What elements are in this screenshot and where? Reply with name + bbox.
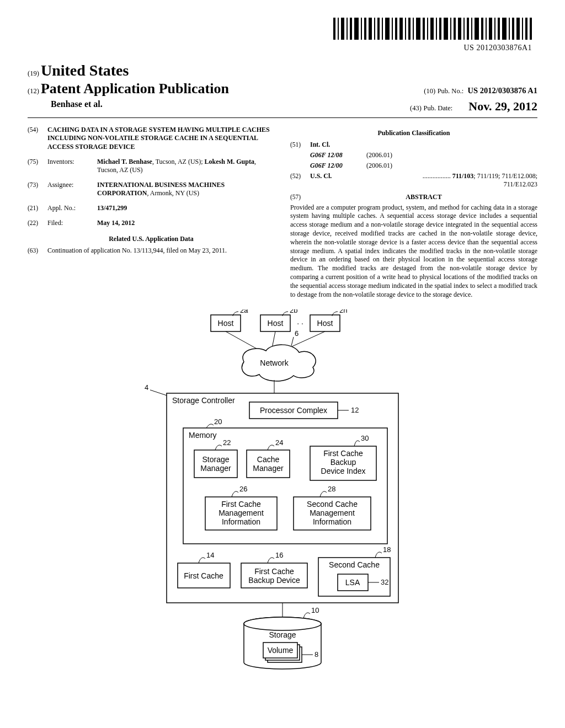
- code-10: (10): [424, 87, 435, 95]
- svg-text:Host: Host: [268, 319, 284, 328]
- filed-value: May 14, 2012: [97, 219, 275, 227]
- svg-rect-25: [439, 18, 441, 40]
- svg-text:4: 4: [145, 383, 148, 392]
- svg-rect-3: [341, 18, 344, 40]
- svg-text:2b: 2b: [290, 309, 297, 314]
- top-row: [28, 17, 537, 41]
- svg-text:24: 24: [275, 438, 283, 447]
- related-text: Continuation of application No. 13/113,9…: [47, 247, 275, 255]
- svg-text:First Cache: First Cache: [323, 449, 363, 458]
- invention-title: CACHING DATA IN A STORAGE SYSTEM HAVING …: [47, 126, 275, 152]
- svg-rect-15: [395, 18, 397, 40]
- svg-rect-31: [467, 18, 469, 40]
- svg-text:Manager: Manager: [200, 464, 231, 473]
- applno-row: (21) Appl. No.: 13/471,299: [28, 204, 275, 212]
- left-column: (54) CACHING DATA IN A STORAGE SYSTEM HA…: [28, 126, 275, 299]
- svg-text:2a: 2a: [240, 309, 248, 314]
- svg-text:Information: Information: [313, 517, 351, 526]
- svg-point-113: [244, 617, 321, 630]
- svg-rect-9: [369, 18, 372, 40]
- svg-rect-27: [450, 18, 451, 40]
- assignee-row: (73) Assignee: INTERNATIONAL BUSINESS MA…: [28, 181, 275, 197]
- code-73: (73): [28, 181, 47, 197]
- figure-svg: .box{fill:#fff;stroke:#000;stroke-width:…: [128, 309, 437, 679]
- svg-text:16: 16: [275, 551, 283, 559]
- svg-text:14: 14: [206, 551, 214, 559]
- svg-text:Information: Information: [222, 517, 260, 526]
- abstract-head-row: (57) ABSTRACT: [290, 193, 537, 201]
- svg-rect-32: [471, 18, 472, 40]
- svg-text:Storage Controller: Storage Controller: [172, 396, 235, 405]
- title-row: (54) CACHING DATA IN A STORAGE SYSTEM HA…: [28, 126, 275, 152]
- svg-text:20: 20: [214, 417, 222, 426]
- filed-row: (22) Filed: May 14, 2012: [28, 219, 275, 227]
- two-column-body: (54) CACHING DATA IN A STORAGE SYSTEM HA…: [28, 126, 537, 299]
- related-heading: Related U.S. Application Data: [28, 235, 275, 243]
- svg-text:Management: Management: [218, 508, 264, 517]
- svg-rect-6: [354, 18, 359, 40]
- svg-text:Memory: Memory: [189, 431, 217, 440]
- svg-text:8: 8: [315, 650, 318, 659]
- svg-text:Backup Device: Backup Device: [248, 576, 300, 585]
- uscl-label: U.S. Cl.: [310, 172, 350, 189]
- intcl-item-1: G06F 12/00 (2006.01): [290, 162, 537, 170]
- code-57: (57): [290, 193, 310, 201]
- svg-text:12: 12: [351, 406, 359, 414]
- svg-text:18: 18: [383, 545, 391, 554]
- svg-rect-39: [502, 18, 507, 40]
- related-row: (63) Continuation of application No. 13/…: [28, 247, 275, 255]
- svg-line-65: [150, 390, 167, 395]
- barcode-graphic: [333, 17, 532, 41]
- svg-rect-20: [416, 18, 420, 40]
- svg-rect-2: [338, 18, 339, 40]
- uscl-first: 711/103: [452, 172, 474, 180]
- svg-text:Device Index: Device Index: [321, 467, 366, 475]
- svg-rect-45: [530, 18, 532, 40]
- svg-text:First Cache: First Cache: [254, 567, 294, 576]
- svg-rect-17: [405, 18, 406, 40]
- code-22: (22): [28, 219, 47, 227]
- abstract-label: ABSTRACT: [310, 193, 537, 201]
- pub-no-label: Pub. No.:: [438, 87, 464, 95]
- svg-text:Storage: Storage: [269, 630, 296, 639]
- intcl-date-0: (2006.01): [350, 151, 537, 159]
- pub-no-value: US 2012/0303876 A1: [468, 86, 538, 95]
- inventors-row: (75) Inventors: Michael T. Benhase, Tucs…: [28, 158, 275, 174]
- inventors-label: Inventors:: [47, 158, 97, 174]
- publication-line: (12) Patent Application Publication (10)…: [28, 80, 537, 98]
- svg-line-60: [291, 337, 294, 346]
- svg-rect-11: [377, 18, 380, 40]
- svg-text:22: 22: [223, 438, 231, 447]
- svg-rect-35: [486, 18, 487, 40]
- header-rule: [28, 117, 537, 118]
- publication-type: Patent Application Publication: [41, 81, 229, 97]
- assignee-value: INTERNATIONAL BUSINESS MACHINES CORPORAT…: [97, 181, 275, 197]
- svg-rect-23: [430, 18, 434, 40]
- svg-text:Network: Network: [260, 358, 289, 367]
- svg-text:Processor Complex: Processor Complex: [260, 406, 327, 415]
- code-54: (54): [28, 126, 47, 152]
- svg-rect-41: [512, 18, 514, 40]
- code-43: (43): [410, 104, 422, 112]
- filed-label: Filed:: [47, 219, 97, 227]
- svg-text:Second Cache: Second Cache: [329, 560, 380, 569]
- host-n: Host 2n: [310, 309, 347, 331]
- svg-text:Management: Management: [310, 508, 355, 517]
- header-block: (19) United States (12) Patent Applicati…: [28, 61, 537, 114]
- right-column: Publication Classification (51) Int. Cl.…: [290, 126, 537, 299]
- svg-rect-1: [333, 18, 335, 40]
- svg-text:32: 32: [381, 578, 388, 586]
- svg-text:LSA: LSA: [345, 578, 360, 587]
- pub-date-label: Pub. Date:: [424, 104, 453, 112]
- svg-rect-4: [347, 18, 348, 40]
- intcl-item-0: G06F 12/08 (2006.01): [290, 151, 537, 159]
- svg-text:Backup: Backup: [331, 458, 356, 467]
- svg-rect-38: [498, 18, 500, 40]
- classification-heading: Publication Classification: [290, 129, 537, 137]
- svg-rect-24: [436, 18, 437, 40]
- country-line: (19) United States: [28, 61, 537, 80]
- intcl-row: (51) Int. Cl.: [290, 141, 537, 149]
- figure-1: .box{fill:#fff;stroke:#000;stroke-width:…: [28, 309, 537, 679]
- host-a: Host 2a: [211, 309, 248, 331]
- svg-rect-5: [350, 18, 352, 40]
